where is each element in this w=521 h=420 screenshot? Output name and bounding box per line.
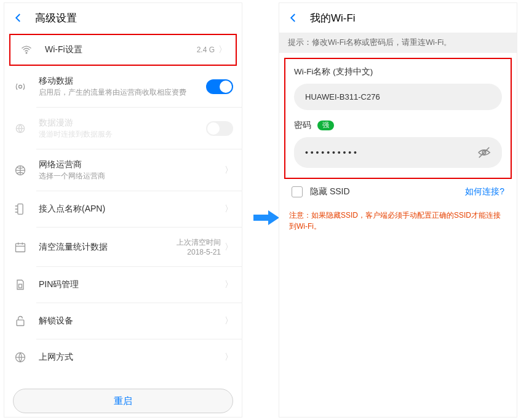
item-title: 解锁设备	[39, 315, 225, 327]
eye-off-icon[interactable]	[477, 146, 491, 159]
password-value: • • • • • • • • • •	[305, 148, 477, 157]
back-icon[interactable]	[13, 12, 24, 23]
roaming-toggle[interactable]	[206, 121, 233, 136]
wifi-name-label: Wi-Fi名称 (支持中文)	[294, 66, 502, 77]
carrier-row[interactable]: 网络运营商 选择一个网络运营商 〉	[4, 149, 242, 191]
arrow-right-icon	[253, 209, 279, 226]
item-title: Wi-Fi设置	[45, 44, 197, 55]
unlock-row[interactable]: 解锁设备 〉	[4, 303, 242, 339]
password-input[interactable]: • • • • • • • • • •	[294, 137, 502, 168]
item-title: 上网方式	[39, 352, 225, 363]
strength-badge: 强	[317, 121, 334, 130]
page-title: 我的Wi-Fi	[310, 11, 356, 25]
item-subtitle: 漫游时连接到数据服务	[39, 130, 206, 139]
hide-ssid-checkbox[interactable]	[292, 186, 303, 197]
svg-rect-5	[16, 244, 25, 252]
chevron-right-icon: 〉	[225, 204, 233, 215]
svg-point-0	[26, 52, 27, 53]
globe-icon	[13, 164, 28, 176]
chevron-right-icon: 〉	[225, 352, 233, 363]
highlighted-wifi-row: Wi-Fi设置 2.4 G 〉	[9, 34, 237, 66]
item-subtitle: 选择一个网络运营商	[39, 172, 225, 181]
item-title: 移动数据	[39, 76, 206, 87]
restart-label: 重启	[114, 395, 132, 407]
pwd-label-text: 密码	[294, 120, 311, 131]
item-title: 网络运营商	[39, 159, 225, 170]
restart-button[interactable]: 重启	[13, 389, 233, 413]
wifi-settings-row[interactable]: Wi-Fi设置 2.4 G 〉	[10, 35, 236, 65]
item-title: PIN码管理	[39, 279, 225, 290]
wifi-form-highlight: Wi-Fi名称 (支持中文) HUAWEI-B311-C276 密码 强 • •…	[284, 58, 512, 179]
hide-ssid-row: 隐藏 SSID 如何连接?	[279, 184, 517, 205]
back-icon[interactable]	[288, 12, 299, 23]
clear-stats-row[interactable]: 清空流量统计数据 上次清空时间 2018-5-21 〉	[4, 228, 242, 266]
chevron-right-icon: 〉	[225, 279, 233, 290]
svg-rect-4	[18, 204, 23, 215]
advanced-settings-screen: 高级设置 Wi-Fi设置 2.4 G 〉 移动数据 启用后，产生的流量将由运营商…	[4, 2, 242, 418]
page-title: 高级设置	[35, 11, 77, 25]
value-text: 2018-5-21	[177, 248, 221, 256]
connection-mode-row[interactable]: 上网方式 〉	[4, 339, 242, 375]
mobile-data-toggle[interactable]	[206, 79, 233, 94]
mobile-data-row[interactable]: 移动数据 启用后，产生的流量将由运营商收取相应资费	[4, 66, 242, 107]
item-value: 2.4 G	[197, 46, 215, 54]
chevron-right-icon: 〉	[218, 44, 227, 55]
warning-text: 注意：如果隐藏SSID，客户端必须手动配置正确的SSID才能连接到Wi-Fi。	[279, 205, 517, 237]
item-title: 清空流量统计数据	[39, 242, 177, 253]
globe2-icon	[13, 351, 28, 363]
item-title: 数据漫游	[39, 117, 206, 129]
item-subtitle: 启用后，产生的流量将由运营商收取相应资费	[39, 88, 206, 97]
wifi-name-input[interactable]: HUAWEI-B311-C276	[294, 84, 502, 110]
roaming-icon	[13, 122, 28, 135]
how-connect-link[interactable]: 如何连接?	[465, 186, 504, 197]
pin-row[interactable]: PIN码管理 〉	[4, 267, 242, 303]
chevron-right-icon: 〉	[225, 315, 233, 327]
sim-icon	[13, 279, 28, 291]
value-label: 上次清空时间	[177, 237, 221, 248]
lock-icon	[13, 315, 28, 327]
password-label: 密码 强	[294, 120, 502, 131]
header-left: 高级设置	[4, 3, 242, 33]
svg-rect-7	[17, 320, 24, 325]
header-right: 我的Wi-Fi	[279, 3, 517, 33]
chevron-right-icon: 〉	[225, 165, 233, 176]
mobile-data-icon	[13, 81, 28, 93]
hide-ssid-label: 隐藏 SSID	[310, 186, 465, 197]
item-value: 上次清空时间 2018-5-21	[177, 237, 221, 256]
apn-icon	[13, 203, 28, 215]
svg-point-1	[19, 85, 22, 88]
calendar-icon	[13, 241, 28, 253]
apn-row[interactable]: 接入点名称(APN) 〉	[4, 191, 242, 227]
item-title: 接入点名称(APN)	[39, 204, 225, 215]
wifi-name-value: HUAWEI-B311-C276	[305, 92, 491, 101]
chevron-right-icon: 〉	[225, 242, 233, 253]
my-wifi-screen: 我的Wi-Fi 提示：修改Wi-Fi名称或密码后，请重连Wi-Fi。 Wi-Fi…	[279, 2, 517, 418]
wifi-icon	[19, 44, 34, 56]
hint-text: 提示：修改Wi-Fi名称或密码后，请重连Wi-Fi。	[279, 33, 517, 53]
svg-rect-6	[19, 284, 22, 288]
data-roaming-row[interactable]: 数据漫游 漫游时连接到数据服务	[4, 108, 242, 149]
